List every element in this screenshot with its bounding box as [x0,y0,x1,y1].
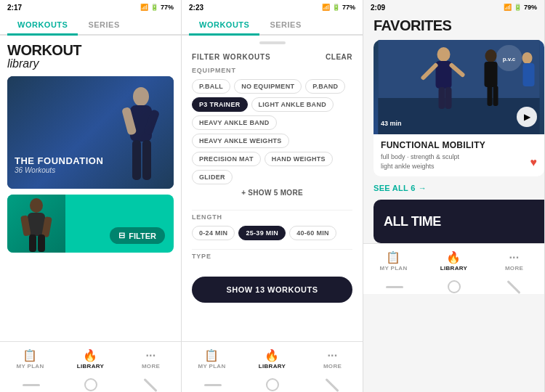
chip-40-60[interactable]: 40-60 MIN [289,226,336,240]
nav-library-1[interactable]: 🔥 LIBRARY [60,342,121,377]
filter-button[interactable]: ⊟ FILTER [110,227,165,244]
chip-pball[interactable]: P.BALL [192,79,230,94]
favorites-header: FAVORITES [363,15,544,40]
tab-series-2[interactable]: SERIES [259,15,311,36]
bottom-nav-2: 📋 MY PLAN 🔥 LIBRARY ··· MORE [182,341,363,377]
more-icon-2: ··· [327,350,337,362]
hero-text: THE FOUNDATION 36 Workouts [15,155,103,174]
chip-precisionmat[interactable]: PRECISION MAT [192,152,261,166]
filter-header: FILTER WORKOUTS CLEAR [182,47,363,67]
nav-myplan-1[interactable]: 📋 MY PLAN [0,342,60,377]
time-3: 2:09 [371,4,385,12]
sys-btn-2 [143,377,157,391]
equipment-chips: P.BALL NO EQUIPMENT P.BAND P3 TRAINER LI… [192,79,352,184]
card-title: FUNCTIONAL MOBILITY [381,140,537,150]
library-icon-3: 🔥 [446,252,461,264]
nav-more-2[interactable]: ··· MORE [302,342,363,377]
svg-point-17 [437,47,451,62]
chip-0-24[interactable]: 0-24 MIN [192,226,235,240]
show-workouts-button[interactable]: SHOW 13 WORKOUTS [192,277,352,303]
chip-pband[interactable]: P.BAND [305,79,345,94]
chip-heavyanklewt[interactable]: HEAVY ANKLE WEIGHTS [192,134,289,148]
tab-workouts-1[interactable]: WORKOUTS [7,15,78,36]
card-duration: 43 min [381,120,402,127]
svg-point-0 [133,87,149,106]
tab-nav-2: WORKOUTS SERIES [182,15,363,36]
screen2-filter: 2:23 📶 🔋 77% WORKOUTS SERIES FILTER WORK… [182,0,363,392]
status-icons-1: 📶 🔋 77% [140,4,174,11]
hero-title: THE FOUNDATION [15,155,103,166]
type-section: TYPE [182,253,363,271]
modal-handle [259,41,286,44]
nav-myplan-2[interactable]: 📋 MY PLAN [182,342,242,377]
chip-heavyankleband[interactable]: HEAVY ANKLE BAND [192,115,277,130]
myplan-icon-2: 📋 [204,350,219,362]
svg-rect-5 [142,140,151,180]
nav-library-3[interactable]: 🔥 LIBRARY [424,244,484,279]
sys-circle-1 [84,378,97,391]
nav-more-3[interactable]: ··· MORE [484,244,544,279]
card-desc-2: light ankle weights [381,162,537,171]
svg-rect-11 [38,234,45,252]
status-bar-3: 2:09 📶 🔋 79% [363,0,544,15]
more-icon: ··· [145,350,156,362]
length-title: LENGTH [192,213,352,221]
divider-1 [192,210,352,211]
svg-point-23 [485,49,497,62]
svg-point-6 [30,198,43,213]
see-all-link[interactable]: SEE ALL 6 → [363,184,544,192]
sys-btn-1 [23,384,40,386]
filter-content: FILTER WORKOUTS CLEAR EQUIPMENT P.BALL N… [182,47,363,341]
nav-library-2[interactable]: 🔥 LIBRARY [242,342,302,377]
equipment-section: EQUIPMENT P.BALL NO EQUIPMENT P.BAND P3 … [182,67,363,207]
chip-handwts[interactable]: HAND WEIGHTS [265,152,333,166]
clear-button[interactable]: CLEAR [326,53,352,61]
nav-myplan-3[interactable]: 📋 MY PLAN [363,244,424,279]
status-bar-1: 2:17 📶 🔋 77% [0,0,181,15]
card-desc-1: full body · strength & sculpt [381,152,537,162]
chip-noequip[interactable]: NO EQUIPMENT [234,79,302,94]
divider-2 [192,249,352,250]
length-section: LENGTH 0-24 MIN 25-39 MIN 40-60 MIN [182,213,363,246]
svg-rect-13 [379,98,540,134]
svg-rect-4 [132,140,141,180]
status-bar-2: 2:23 📶 🔋 77% [182,0,363,15]
card-image: p.v.c 43 min [374,40,544,134]
hero-card[interactable]: THE FOUNDATION 36 Workouts [7,76,174,189]
all-time-title: ALL TIME [384,214,441,229]
svg-text:p.v.c: p.v.c [503,56,516,62]
svg-rect-22 [445,87,452,109]
chip-lightankle[interactable]: LIGHT ANKLE BAND [251,97,334,112]
chip-p3trainer[interactable]: P3 TRAINER [192,97,248,112]
screen1-workout-library: 2:17 📶 🔋 77% WORKOUTS SERIES WORKOUT lib… [0,0,182,392]
nav-more-1[interactable]: ··· MORE [121,342,181,377]
tab-series-1[interactable]: SERIES [78,15,129,36]
svg-rect-24 [485,62,498,87]
all-time-section: ALL TIME [374,200,544,243]
chip-glider[interactable]: GLIDER [192,170,233,184]
workout-card[interactable]: p.v.c 43 min [374,40,544,176]
type-title: TYPE [192,253,352,260]
svg-rect-10 [29,234,36,252]
heart-icon[interactable]: ♥ [530,156,538,169]
system-bar-1 [0,377,181,392]
library-content: WORKOUT library THE FOUNDATION [0,36,181,341]
time-2: 2:23 [189,4,203,12]
myplan-icon: 📋 [23,350,37,362]
more-icon-3: ··· [509,252,519,264]
time-1: 2:17 [7,4,22,12]
filter-title: FILTER WORKOUTS [192,53,270,61]
tab-workouts-2[interactable]: WORKOUTS [189,15,259,36]
svg-point-27 [522,52,533,64]
card-body: FUNCTIONAL MOBILITY full body · strength… [374,134,544,176]
tab-nav-1: WORKOUTS SERIES [0,15,181,36]
status-icons-3: 📶 🔋 79% [504,4,537,11]
svg-rect-26 [493,86,498,106]
system-bar-3 [363,279,544,294]
chip-25-39[interactable]: 25-39 MIN [238,226,286,240]
page-title: WORKOUT [7,43,174,57]
play-button[interactable]: ▶ [517,107,537,127]
svg-rect-25 [488,86,493,106]
show-more-btn[interactable]: + SHOW 5 MORE [192,184,352,201]
second-card[interactable]: ⊟ FILTER [7,195,174,253]
